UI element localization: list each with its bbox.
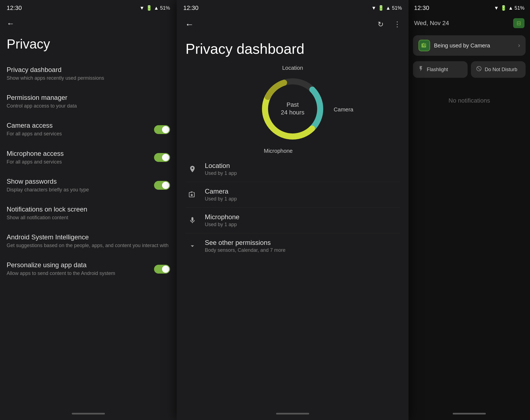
setting-title: Camera access [7,122,62,129]
flashlight-tile[interactable]: Flashlight [413,61,468,78]
camera-text: Camera access For all apps and services [7,122,62,137]
svg-point-6 [191,194,193,196]
camera-icon [186,188,199,202]
see-other-info: See other permissions Body sensors, Cale… [205,239,400,253]
flashlight-icon [418,66,424,73]
chart-label-location: Location [282,65,303,71]
passwords-toggle[interactable] [154,181,170,190]
left-status-bar: 12:30 ▼ 🔋 ▲ 51% [0,0,177,14]
chart-container: Location Past 24 hours Camera Microphone [177,65,409,154]
see-other-title: See other permissions [205,239,400,247]
camera-toggle[interactable] [154,125,170,134]
chevron-down-icon [186,239,199,253]
see-other-permissions[interactable]: See other permissions Body sensors, Cale… [186,233,400,259]
setting-subtitle: Get suggestions based on the people, app… [7,242,170,249]
battery-percent: ▲ 51% [154,5,170,11]
camera-name: Camera [205,188,400,195]
permission-location[interactable]: Location Used by 1 app [186,156,400,182]
left-time: 12:30 [7,4,22,12]
donut-chart: Past 24 hours [257,73,328,145]
location-icon [186,162,199,176]
setting-subtitle: For all apps and services [7,159,64,165]
setting-personalize-app[interactable]: Personalize using app data Allow apps to… [7,255,170,283]
permission-list: Location Used by 1 app Camera Used by 1 … [177,154,409,261]
location-detail: Used by 1 app [205,170,400,176]
setting-microphone-access[interactable]: Microphone access For all apps and servi… [7,144,170,172]
right-bottom-bar [453,413,486,414]
more-button[interactable]: ⋮ [391,18,403,31]
mic-row: Microphone access For all apps and servi… [7,150,170,165]
microphone-icon [186,213,199,227]
notification-left: Being used by Camera [418,40,490,51]
svg-rect-7 [191,192,192,193]
setting-notifications-lock[interactable]: Notifications on lock screen Show all no… [7,199,170,227]
center-panel: 12:30 ▼ 🔋 ▲ 51% ← ↻ ⋮ Privacy dashboard … [177,0,409,420]
permission-microphone[interactable]: Microphone Used by 1 app [186,208,400,233]
left-status-icons: ▼ 🔋 ▲ 51% [139,5,170,11]
center-toolbar: ← ↻ ⋮ [177,14,409,35]
right-battery-percent: ▲ 51% [508,5,524,11]
setting-title: Personalize using app data [7,261,115,269]
flashlight-label: Flashlight [427,67,448,73]
camera-notification-card[interactable]: Being used by Camera › [413,35,526,56]
toolbar-actions: ↻ ⋮ [375,18,403,31]
right-status-icons: ▼ 🔋 ▲ 51% [494,5,524,11]
right-time: 12:30 [414,4,429,12]
right-date: Wed, Nov 24 [414,20,449,27]
center-time: 12:30 [183,4,198,12]
date-row: Wed, Nov 24 ⊟ [409,14,530,33]
refresh-button[interactable]: ↻ [375,18,386,31]
battery-icon: 🔋 [146,5,152,11]
svg-text:24 hours: 24 hours [281,109,304,116]
screen-toggle-icon[interactable]: ⊟ [513,18,524,28]
see-other-detail: Body sensors, Calendar, and 7 more [205,247,400,253]
setting-title: Permission manager [7,94,170,101]
center-back-button[interactable]: ← [182,17,197,32]
dashboard-title: Privacy dashboard [177,35,409,65]
setting-subtitle: Display characters briefly as you type [7,186,89,193]
do-not-disturb-icon [476,66,482,73]
camera-detail: Used by 1 app [205,196,400,202]
svg-text:Past: Past [287,101,299,108]
do-not-disturb-tile[interactable]: Do Not Disturb [471,61,526,78]
setting-permission-manager[interactable]: Permission manager Control app access to… [7,88,170,116]
setting-title: Android System Intelligence [7,233,170,241]
setting-title: Notifications on lock screen [7,205,170,213]
bottom-nav-bar [72,413,105,414]
location-info: Location Used by 1 app [205,162,400,176]
permission-camera[interactable]: Camera Used by 1 app [186,182,400,208]
microphone-detail: Used by 1 app [205,222,400,228]
camera-badge-icon [418,40,430,51]
center-wifi-icon: ▼ [371,5,376,11]
setting-android-intelligence[interactable]: Android System Intelligence Get suggesti… [7,227,170,255]
no-notifications-text: No notifications [409,81,530,121]
right-panel: 12:30 ▼ 🔋 ▲ 51% Wed, Nov 24 ⊟ Being used… [409,0,530,420]
setting-subtitle: For all apps and services [7,130,62,137]
microphone-name: Microphone [205,213,400,221]
page-title: Privacy [0,31,177,60]
setting-camera-access[interactable]: Camera access For all apps and services [7,116,170,143]
notification-chevron-icon: › [518,42,520,49]
passwords-text: Show passwords Display characters briefl… [7,178,89,193]
setting-show-passwords[interactable]: Show passwords Display characters briefl… [7,172,170,199]
left-back-button[interactable]: ← [0,14,177,31]
chart-label-camera: Camera [334,106,353,113]
being-used-text: Being used by Camera [434,42,490,49]
wifi-icon: ▼ [139,5,144,11]
personalize-text: Personalize using app data Allow apps to… [7,261,115,277]
setting-subtitle: Allow apps to send content to the Androi… [7,270,115,277]
chart-wrapper: Location Past 24 hours Camera Microphone [257,73,328,146]
passwords-row: Show passwords Display characters briefl… [7,178,170,193]
setting-subtitle: Show all notification content [7,214,170,221]
quick-tiles-row: Flashlight Do Not Disturb [409,58,530,81]
center-status-icons: ▼ 🔋 ▲ 51% [371,5,402,11]
setting-privacy-dashboard[interactable]: Privacy dashboard Show which apps recent… [7,60,170,88]
setting-title: Microphone access [7,150,64,157]
personalize-toggle[interactable] [154,265,170,274]
location-name: Location [205,162,400,170]
center-status-bar: 12:30 ▼ 🔋 ▲ 51% [177,0,409,14]
microphone-toggle[interactable] [154,153,170,162]
setting-subtitle: Control app access to your data [7,103,170,109]
setting-title: Show passwords [7,178,89,185]
chart-label-microphone: Microphone [264,148,293,154]
